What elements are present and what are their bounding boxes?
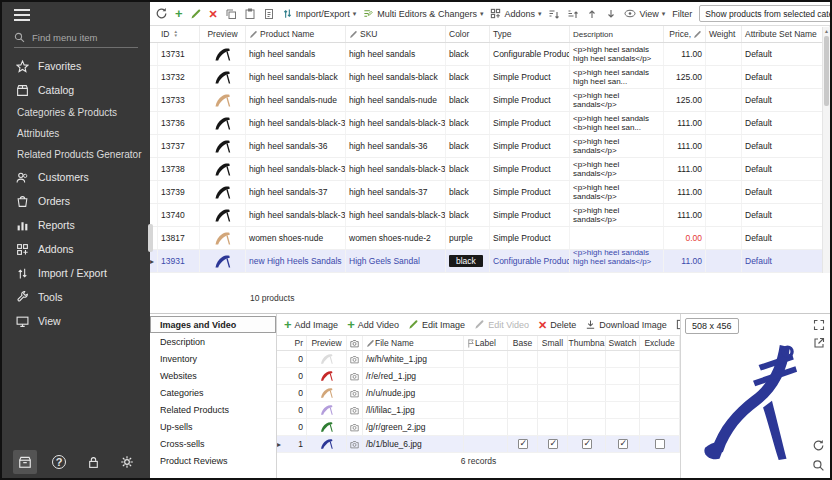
- zoom-icon[interactable]: [812, 459, 825, 472]
- detail-tab[interactable]: Product Reviews: [150, 452, 276, 469]
- column-header-sku[interactable]: SKU: [346, 26, 446, 42]
- column-header-preview[interactable]: Preview: [307, 336, 347, 350]
- sidebar-item-view[interactable]: View: [2, 309, 150, 333]
- add-video-button[interactable]: +Add Video: [347, 320, 399, 330]
- column-header-description[interactable]: Description: [570, 26, 664, 42]
- delete-product-button[interactable]: ✕: [209, 9, 218, 19]
- edit-product-button[interactable]: [190, 8, 202, 20]
- table-row[interactable]: 13732 high heel sandals-black high heel …: [150, 66, 830, 89]
- sort-ascending-icon[interactable]: [548, 8, 560, 20]
- detail-tab[interactable]: Related Products: [150, 401, 276, 418]
- detail-tab[interactable]: Categories: [150, 384, 276, 401]
- multi-editors-menu[interactable]: Multi Editors & Changers▾: [363, 8, 483, 19]
- view-menu[interactable]: View▾: [624, 9, 665, 19]
- table-row[interactable]: 13817 women shoes-nude women shoes-nude-…: [150, 227, 830, 250]
- detail-tab[interactable]: Images and Video: [150, 316, 276, 333]
- scrollbar-thumb[interactable]: [824, 36, 829, 106]
- exclude-checkbox[interactable]: [655, 439, 665, 449]
- scroll-up-icon[interactable]: ▲: [823, 27, 830, 35]
- table-row[interactable]: 13736 high heel sandals-black-36 high he…: [150, 112, 830, 135]
- table-row[interactable]: 13740 high heel sandals-black-38 high he…: [150, 204, 830, 227]
- edit-image-button[interactable]: Edit Image: [408, 319, 465, 330]
- table-row[interactable]: 13731 high heel sandals high heel sandal…: [150, 43, 830, 66]
- add-product-button[interactable]: +: [175, 9, 183, 19]
- sidebar-search[interactable]: Find menu item: [14, 29, 138, 48]
- image-row[interactable]: 0 /n/u/nude.jpg: [277, 385, 680, 402]
- move-up-icon[interactable]: [586, 8, 598, 20]
- menu-icon[interactable]: [2, 2, 150, 25]
- sidebar-item-attributes[interactable]: Attributes: [2, 123, 150, 144]
- help-icon[interactable]: ?: [47, 450, 71, 474]
- table-row[interactable]: 13733 high heel sandals-nude high heel s…: [150, 89, 830, 112]
- image-row[interactable]: 1 /b/1/blue_6.jpg: [277, 436, 680, 453]
- paste-button[interactable]: [244, 8, 256, 20]
- small-checkbox[interactable]: [548, 439, 558, 449]
- detail-tab[interactable]: Up-sells: [150, 418, 276, 435]
- base-checkbox[interactable]: [518, 439, 528, 449]
- column-header-product-name[interactable]: Product Name: [246, 26, 346, 42]
- table-row[interactable]: 13739 high heel sandals-37 high heel san…: [150, 181, 830, 204]
- gear-icon[interactable]: [115, 450, 139, 474]
- column-header-media-type[interactable]: [347, 336, 363, 350]
- sidebar-item-customers[interactable]: Customers: [2, 165, 150, 189]
- column-header-label[interactable]: Label: [464, 336, 508, 350]
- column-header-color[interactable]: Color: [446, 26, 490, 42]
- store-icon[interactable]: [13, 450, 37, 474]
- column-header-attribute-set[interactable]: Attribute Set Name: [742, 26, 830, 42]
- move-down-icon[interactable]: [605, 8, 617, 20]
- edit-video-button[interactable]: Edit Video: [474, 319, 529, 330]
- import-export-menu[interactable]: Import/Export▾: [282, 8, 357, 19]
- column-header-base[interactable]: Base: [508, 336, 538, 350]
- detail-tab[interactable]: Cross-sells: [150, 435, 276, 452]
- image-row[interactable]: 0 /g/r/green_2.jpg: [277, 419, 680, 436]
- sidebar-item-tools[interactable]: Tools: [2, 285, 150, 309]
- detail-tab[interactable]: Description: [150, 333, 276, 350]
- column-header-priority[interactable]: Pr: [287, 336, 307, 350]
- sidebar-item-catalog[interactable]: Catalog: [2, 78, 150, 102]
- sidebar-item-addons[interactable]: Addons: [2, 237, 150, 261]
- rotate-icon[interactable]: [812, 439, 825, 452]
- image-row[interactable]: 0 /w/h/white_1.jpg: [277, 351, 680, 368]
- detail-tab[interactable]: Websites: [150, 367, 276, 384]
- sort-descending-icon[interactable]: [567, 8, 579, 20]
- sidebar-item-orders[interactable]: Orders: [2, 189, 150, 213]
- search-input[interactable]: Find menu item: [32, 32, 97, 43]
- column-header-swatch[interactable]: Swatch: [606, 336, 640, 350]
- download-image-button[interactable]: Download Image: [585, 319, 667, 330]
- detail-tab[interactable]: Inventory: [150, 350, 276, 367]
- addons-menu[interactable]: Addons▾: [490, 8, 541, 19]
- column-header-file-name[interactable]: File Name: [363, 336, 464, 350]
- column-header-thumbnail[interactable]: Thumbna: [568, 336, 606, 350]
- table-row[interactable]: 13738 high heel sandals-black-37 high he…: [150, 158, 830, 181]
- lock-icon[interactable]: [81, 450, 105, 474]
- column-header-type[interactable]: Type: [490, 26, 570, 42]
- image-row[interactable]: 0 /l/i/lilac_1.jpg: [277, 402, 680, 419]
- image-row[interactable]: 0 /r/e/red_1.jpg: [277, 368, 680, 385]
- swatch-checkbox[interactable]: [618, 439, 628, 449]
- duplicate-button[interactable]: [263, 8, 275, 20]
- sidebar-item-related-products-generator[interactable]: Related Products Generator: [2, 144, 150, 165]
- add-image-button[interactable]: +Add Image: [284, 320, 338, 330]
- fullscreen-icon[interactable]: [813, 319, 825, 331]
- column-header-id[interactable]: ID ▲▼: [158, 26, 200, 42]
- sidebar-item-categories-products[interactable]: Categories & Products: [2, 102, 150, 123]
- refresh-button[interactable]: [155, 7, 168, 20]
- cell-price: 11.00: [664, 43, 706, 65]
- column-header-exclude[interactable]: Exclude: [640, 336, 680, 350]
- column-header-small[interactable]: Small: [538, 336, 568, 350]
- image-size-field[interactable]: 508 x 456: [685, 318, 739, 334]
- filter-select[interactable]: Show products from selected categories ▾: [699, 5, 832, 22]
- grid-scrollbar[interactable]: ▲: [822, 27, 830, 273]
- thumbnail-checkbox[interactable]: [582, 439, 592, 449]
- column-header-preview[interactable]: Preview: [200, 26, 246, 42]
- column-header-price[interactable]: Price,: [664, 26, 706, 42]
- delete-image-button[interactable]: ✕Delete: [538, 320, 576, 330]
- copy-button[interactable]: [225, 8, 237, 20]
- sidebar-item-favorites[interactable]: Favorites: [2, 54, 150, 78]
- sidebar-item-import-export[interactable]: Import / Export: [2, 261, 150, 285]
- table-row[interactable]: 13737 high heel sandals-36 high heel san…: [150, 135, 830, 158]
- column-header-weight[interactable]: Weight: [706, 26, 742, 42]
- panel-splitter[interactable]: [148, 224, 153, 252]
- sidebar-item-reports[interactable]: Reports: [2, 213, 150, 237]
- table-row[interactable]: 13931 new High Heels Sandals High Geels …: [150, 250, 830, 273]
